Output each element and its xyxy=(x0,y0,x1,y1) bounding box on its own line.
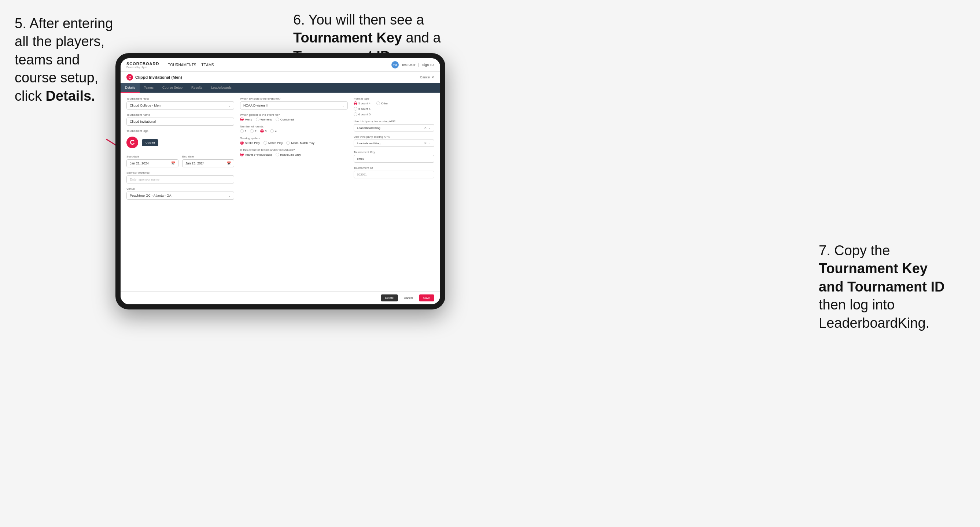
venue-select[interactable]: Peachtree GC - Atlanta - GA ⌄ xyxy=(126,192,234,200)
end-date-label: End date xyxy=(182,155,234,158)
rounds-radio-group: 1 2 3 4 xyxy=(240,129,348,133)
page-title-area: C Clippd Invitational (Men) xyxy=(126,74,182,81)
tab-course-setup[interactable]: Course Setup xyxy=(158,83,187,93)
gender-mens[interactable]: Mens xyxy=(240,117,252,121)
tournament-logo-label: Tournament logo xyxy=(126,129,234,133)
rounds-3-label: 3 xyxy=(265,130,266,133)
third-party-1-input[interactable]: Leaderboard King ✕ ⌄ xyxy=(354,124,434,132)
format-6count5-dot xyxy=(354,113,357,116)
scoring-stroke-label: Stroke Play xyxy=(245,141,260,144)
form-footer: Delete Cancel Save xyxy=(121,291,440,304)
logo-sub: Powered by clippd xyxy=(126,66,159,68)
scoring-medal[interactable]: Medal Match Play xyxy=(286,141,315,144)
tab-teams[interactable]: Teams xyxy=(140,83,158,93)
sponsor-label: Sponsor (optional) xyxy=(126,171,234,174)
tournament-name-input[interactable]: Clippd Invitational xyxy=(126,117,234,125)
format-label: Format type xyxy=(354,97,434,100)
gender-combined[interactable]: Combined xyxy=(275,117,294,121)
nav-links: TOURNAMENTS TEAMS xyxy=(168,63,214,67)
page-header: C Clippd Invitational (Men) Cancel ✕ xyxy=(121,72,440,83)
gender-mens-label: Mens xyxy=(245,118,252,121)
scoring-stroke-dot xyxy=(240,141,244,144)
nav-link-teams[interactable]: TEAMS xyxy=(202,63,214,67)
gender-group: Which gender is the event for? Mens Wome… xyxy=(240,113,348,121)
logo-area: SCOREBOARD Powered by clippd xyxy=(126,62,159,68)
scoring-radio-group: Stroke Play Match Play Medal Match Play xyxy=(240,141,348,144)
teams-radio-group: Teams (+Individuals) Individuals Only xyxy=(240,153,348,156)
rounds-group: Number of rounds 1 2 3 xyxy=(240,125,348,133)
tournament-id-label: Tournament ID xyxy=(354,166,434,170)
save-button[interactable]: Save xyxy=(419,294,434,302)
individuals-label: Individuals Only xyxy=(280,153,301,156)
rounds-1-label: 1 xyxy=(245,130,246,133)
sponsor-input[interactable]: Enter sponsor name xyxy=(126,175,234,184)
top-nav: SCOREBOARD Powered by clippd TOURNAMENTS… xyxy=(121,58,440,72)
cancel-header-btn[interactable]: Cancel ✕ xyxy=(420,75,434,79)
scoring-stroke[interactable]: Stroke Play xyxy=(240,141,260,144)
format-6count4[interactable]: 6 count 4 xyxy=(354,107,434,111)
rounds-3[interactable]: 3 xyxy=(260,129,266,133)
teams-label: Is this event for Teams and/or Individua… xyxy=(240,148,348,152)
scoring-group: Scoring system Stroke Play Match Play xyxy=(240,137,348,144)
third-party-2-clear[interactable]: ✕ ⌄ xyxy=(424,141,431,145)
rounds-2[interactable]: 2 xyxy=(250,129,256,133)
tournament-key-group: Tournament Key b4fb7 xyxy=(354,151,434,163)
rounds-2-dot xyxy=(250,129,254,133)
nav-link-tournaments[interactable]: TOURNAMENTS xyxy=(168,63,196,67)
end-date-input[interactable]: Jan 23, 2024 📅 xyxy=(182,159,234,167)
rounds-label: Number of rounds xyxy=(240,125,348,128)
tablet-screen: SCOREBOARD Powered by clippd TOURNAMENTS… xyxy=(121,58,440,304)
format-other-dot xyxy=(376,102,380,105)
tournament-key-label: Tournament Key xyxy=(354,151,434,154)
individuals-dot xyxy=(275,153,279,156)
date-row: Start date Jan 21, 2024 📅 End date Jan 2… xyxy=(126,155,234,167)
gender-radio-group: Mens Womens Combined xyxy=(240,117,348,121)
tournament-host-select[interactable]: Clippd College - Men ⌄ xyxy=(126,102,234,110)
tournament-key-value[interactable]: b4fb7 xyxy=(354,155,434,163)
rounds-1-dot xyxy=(240,129,244,133)
scoring-match-label: Match Play xyxy=(268,141,283,144)
sign-out-link[interactable]: Sign out xyxy=(422,63,434,67)
tournament-id-value[interactable]: 302051 xyxy=(354,171,434,178)
format-group: Format type 5 count 4 Other xyxy=(354,97,434,116)
third-party-2-input[interactable]: Leaderboard King ✕ ⌄ xyxy=(354,140,434,147)
teams-plus-individuals[interactable]: Teams (+Individuals) xyxy=(240,153,272,156)
sponsor-group: Sponsor (optional) Enter sponsor name xyxy=(126,171,234,184)
start-date-label: Start date xyxy=(126,155,178,158)
format-row-1: 5 count 4 Other xyxy=(354,102,434,105)
annotation-bottom-right: 7. Copy the Tournament Key and Tournamen… xyxy=(819,242,965,332)
gender-womens[interactable]: Womens xyxy=(256,117,272,121)
tournament-name-group: Tournament name Clippd Invitational xyxy=(126,113,234,125)
venue-label: Venue xyxy=(126,187,234,190)
rounds-1[interactable]: 1 xyxy=(240,129,246,133)
format-other[interactable]: Other xyxy=(376,102,388,105)
nav-separator: | xyxy=(418,63,419,67)
format-options: 5 count 4 Other 6 count 4 xyxy=(354,102,434,116)
teams-group: Is this event for Teams and/or Individua… xyxy=(240,148,348,156)
tab-leaderboards[interactable]: Leaderboards xyxy=(207,83,236,93)
delete-button[interactable]: Delete xyxy=(381,294,398,302)
format-5count4-label: 5 count 4 xyxy=(358,102,371,105)
cancel-button[interactable]: Cancel xyxy=(401,294,416,302)
third-party-1-clear[interactable]: ✕ ⌄ xyxy=(424,126,431,130)
gender-label: Which gender is the event for? xyxy=(240,113,348,116)
tab-results[interactable]: Results xyxy=(187,83,207,93)
upload-button[interactable]: Upload xyxy=(142,139,158,146)
start-date-input[interactable]: Jan 21, 2024 📅 xyxy=(126,159,178,167)
format-6count5[interactable]: 6 count 5 xyxy=(354,113,434,116)
user-name: Test User xyxy=(402,63,415,67)
gender-combined-dot xyxy=(275,117,279,121)
rounds-4[interactable]: 4 xyxy=(270,129,276,133)
venue-arrow: ⌄ xyxy=(228,194,231,197)
end-date-group: End date Jan 23, 2024 📅 xyxy=(182,155,234,167)
tournament-name-label: Tournament name xyxy=(126,113,234,116)
logo-preview: C xyxy=(126,137,138,148)
individuals-only[interactable]: Individuals Only xyxy=(275,153,301,156)
division-select[interactable]: NCAA Division III ⌄ xyxy=(240,102,348,110)
tab-details[interactable]: Details xyxy=(121,83,140,93)
teams-plus-dot xyxy=(240,153,244,156)
scoring-match[interactable]: Match Play xyxy=(264,141,283,144)
tournament-host-group: Tournament Host Clippd College - Men ⌄ xyxy=(126,97,234,110)
logo-text: SCOREBOARD xyxy=(126,62,159,66)
format-5count4[interactable]: 5 count 4 xyxy=(354,102,371,105)
